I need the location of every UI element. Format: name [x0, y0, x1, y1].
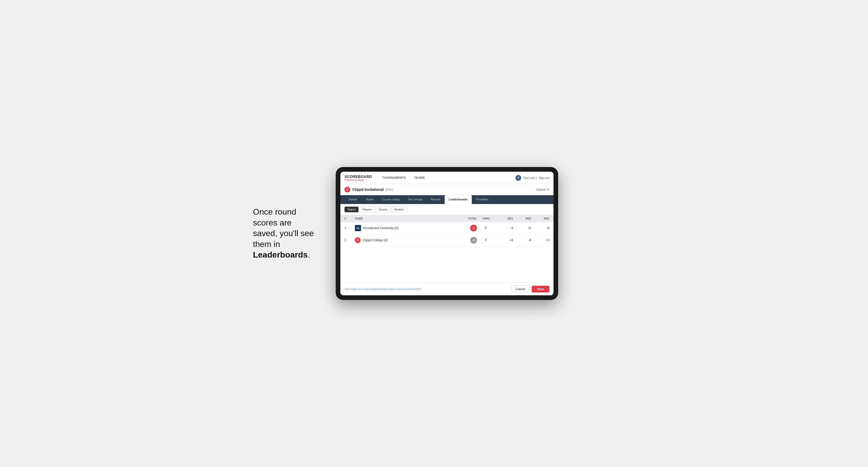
tournament-name: Clippd Invitational	[352, 187, 383, 192]
col-rd2-header: RD2	[513, 217, 531, 220]
side-description: Once round scores are saved, you'll see …	[253, 207, 320, 260]
row1-total: -5	[456, 225, 477, 231]
row2-team: C Clippd College [A]	[355, 238, 456, 243]
tablet-screen: SCOREBOARD Powered by clippd TOURNAMENTS…	[340, 172, 554, 295]
cancel-label: Cancel	[536, 188, 546, 191]
row1-rank: 1	[344, 226, 355, 230]
sub-filter-bar: Teams Players Scores Strokes	[340, 204, 554, 215]
nav-teams[interactable]: TEAMS	[410, 172, 429, 184]
col-team-header: TEAM	[355, 217, 456, 220]
row1-rd2: +5	[513, 226, 531, 230]
row2-score-badge: +3	[470, 237, 477, 244]
sign-out-link[interactable]: Sign out	[539, 176, 549, 180]
nav-tournaments[interactable]: TOURNAMENTS	[378, 172, 410, 184]
nav-right: S Test User | Sign out	[516, 175, 549, 181]
tablet-device: SCOREBOARD Powered by clippd TOURNAMENTS…	[336, 167, 558, 300]
row1-team: SB Scoreboard University [A]	[355, 225, 456, 231]
logo-title: SCOREBOARD	[344, 175, 372, 179]
tab-results[interactable]: Results	[427, 195, 444, 204]
tab-details[interactable]: Details	[344, 195, 362, 204]
row1-score-badge: -5	[470, 225, 477, 231]
table-row: 2 C Clippd College [A] +3 F +8 -8 +3	[340, 234, 554, 246]
top-navigation: SCOREBOARD Powered by clippd TOURNAMENTS…	[340, 172, 554, 184]
filter-strokes-button[interactable]: Strokes	[391, 207, 407, 212]
row2-team-name: Clippd College [A]	[363, 239, 388, 242]
filter-teams-button[interactable]: Teams	[344, 207, 359, 212]
cancel-tournament-button[interactable]: Cancel ✕	[536, 188, 549, 191]
user-name: Test User |	[523, 176, 537, 180]
col-thru-header: THRU	[477, 217, 495, 220]
tournament-header: C Clippd Invitational (Men) Cancel ✕	[340, 184, 554, 195]
desc-end: .	[308, 250, 310, 259]
row2-rd2: -8	[513, 239, 531, 242]
nav-links: TOURNAMENTS TEAMS	[378, 172, 429, 184]
tab-course-setup[interactable]: Course Setup	[378, 195, 404, 204]
col-rank-header: #	[344, 217, 355, 220]
filter-players-button[interactable]: Players	[360, 207, 375, 212]
footer-save-button[interactable]: Save	[532, 286, 549, 292]
row1-thru: F	[477, 226, 495, 230]
logo-subtitle: Powered by clippd	[344, 179, 372, 181]
row1-team-logo: SB	[355, 225, 361, 231]
tab-teams[interactable]: Teams	[362, 195, 378, 204]
tournament-icon: C	[344, 187, 350, 192]
row2-total: +3	[456, 237, 477, 244]
powered-by-text: Powered by	[344, 179, 358, 181]
empty-table-space	[340, 246, 554, 283]
brand-name: clippd	[358, 179, 364, 181]
row2-rank: 2	[344, 239, 355, 242]
col-rd3-header: RD3	[531, 217, 549, 220]
tournament-gender: (Men)	[385, 188, 393, 191]
cancel-icon: ✕	[547, 188, 549, 191]
tab-printables[interactable]: Printables	[472, 195, 493, 204]
table-header-row: # TEAM TOTAL THRU RD1 RD2 RD3	[340, 215, 554, 222]
row2-rd3: +3	[531, 239, 549, 242]
desc-line3: saved, you'll see	[253, 228, 314, 238]
tab-tee-groups[interactable]: Tee Groups	[404, 195, 427, 204]
footer-bar: https://stage-blue-coach.stagescoreboard…	[340, 283, 554, 295]
row1-rd1: -4	[495, 226, 513, 230]
col-rd1-header: RD1	[495, 217, 513, 220]
row1-team-name: Scoreboard University [A]	[363, 226, 398, 230]
desc-line2: scores are	[253, 218, 291, 227]
row2-rd1: +8	[495, 239, 513, 242]
footer-cancel-button[interactable]: Cancel	[512, 285, 530, 293]
row2-team-logo: C	[355, 238, 361, 243]
filter-scores-button[interactable]: Scores	[376, 207, 390, 212]
desc-line1: Once round	[253, 207, 296, 216]
tab-leaderboards[interactable]: Leaderboards	[444, 195, 472, 204]
page-wrapper: Once round scores are saved, you'll see …	[253, 167, 615, 300]
user-avatar: S	[516, 175, 521, 181]
col-total-header: TOTAL	[456, 217, 477, 220]
row1-rd3: -6	[531, 226, 549, 230]
tab-bar: Details Teams Course Setup Tee Groups Re…	[340, 195, 554, 204]
desc-bold: Leaderboards	[253, 250, 308, 259]
logo-area: SCOREBOARD Powered by clippd	[344, 175, 372, 181]
row2-thru: F	[477, 239, 495, 242]
leaderboard-table: # TEAM TOTAL THRU RD1 RD2 RD3 1 SB Score…	[340, 215, 554, 283]
table-row: 1 SB Scoreboard University [A] -5 F -4 +…	[340, 222, 554, 234]
desc-line4: them in	[253, 240, 280, 249]
footer-url: https://stage-blue-coach.stagescoreboard…	[344, 288, 421, 290]
